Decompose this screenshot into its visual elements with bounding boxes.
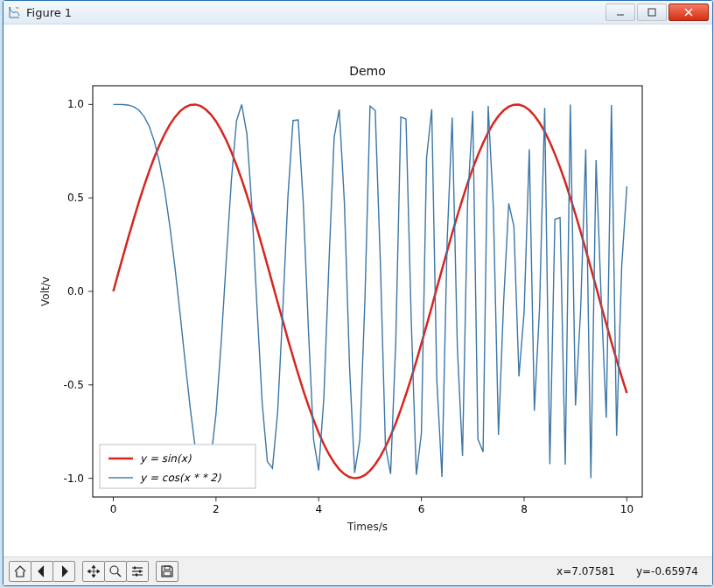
- series-line: [114, 104, 627, 478]
- x-axis-label: Times/s: [346, 521, 388, 533]
- svg-point-16: [110, 566, 118, 574]
- forward-icon: [57, 564, 71, 578]
- y-tick-label: -0.5: [64, 379, 84, 391]
- pan-icon: [87, 564, 101, 578]
- cursor-readout: x=7.07581 y=-0.65974: [556, 565, 707, 578]
- x-tick-label: 10: [620, 503, 634, 515]
- pan-button[interactable]: [82, 561, 105, 582]
- plot-canvas[interactable]: Demo0246810Times/s-1.0-0.50.00.51.0Volt/…: [4, 24, 712, 556]
- x-tick-label: 8: [521, 503, 528, 515]
- configure-button[interactable]: [126, 561, 149, 582]
- x-tick-label: 4: [315, 503, 322, 515]
- close-icon: [684, 8, 693, 17]
- sliders-icon: [130, 564, 144, 578]
- save-icon: [160, 564, 174, 578]
- forward-button[interactable]: [52, 561, 75, 582]
- svg-rect-25: [164, 571, 171, 576]
- x-tick-label: 2: [213, 503, 220, 515]
- svg-rect-23: [136, 574, 137, 577]
- back-button[interactable]: [31, 561, 53, 582]
- x-tick-label: 0: [110, 503, 117, 515]
- save-button[interactable]: [156, 561, 178, 582]
- y-tick-label: 0.0: [67, 285, 84, 298]
- cursor-y: y=-0.65974: [636, 565, 698, 578]
- close-button[interactable]: [668, 4, 709, 21]
- back-icon: [35, 564, 49, 578]
- minimize-button[interactable]: [606, 4, 635, 21]
- legend-label: y = sin(x): [140, 452, 192, 465]
- nav-toolbar: x=7.07581 y=-0.65974: [4, 556, 712, 585]
- minimize-icon: [616, 8, 625, 17]
- svg-rect-22: [139, 570, 141, 573]
- home-icon: [13, 564, 27, 578]
- home-button[interactable]: [9, 561, 32, 582]
- y-tick-label: 0.5: [67, 192, 84, 204]
- chart-svg: Demo0246810Times/s-1.0-0.50.00.51.0Volt/…: [4, 24, 712, 556]
- titlebar[interactable]: Figure 1: [4, 1, 712, 24]
- app-icon: [7, 5, 21, 19]
- svg-rect-1: [648, 9, 655, 16]
- maximize-button[interactable]: [637, 4, 667, 21]
- window-buttons: [606, 4, 709, 21]
- y-tick-label: 1.0: [67, 98, 84, 110]
- figure-window: Figure 1 Demo0246810Times/s-1.0-0.50.00.…: [3, 0, 713, 586]
- svg-rect-21: [134, 567, 136, 570]
- chart-title: Demo: [349, 64, 386, 78]
- x-tick-label: 6: [418, 503, 425, 515]
- window-title: Figure 1: [26, 6, 606, 19]
- y-axis-label: Volt/v: [39, 276, 52, 306]
- y-tick-label: -1.0: [64, 472, 84, 485]
- legend-label: y = cos(x * * 2): [140, 472, 221, 484]
- svg-line-17: [117, 573, 121, 577]
- zoom-icon: [108, 564, 122, 578]
- cursor-x: x=7.07581: [556, 565, 615, 578]
- zoom-button[interactable]: [104, 561, 127, 582]
- svg-rect-4: [93, 86, 642, 497]
- maximize-icon: [648, 8, 656, 17]
